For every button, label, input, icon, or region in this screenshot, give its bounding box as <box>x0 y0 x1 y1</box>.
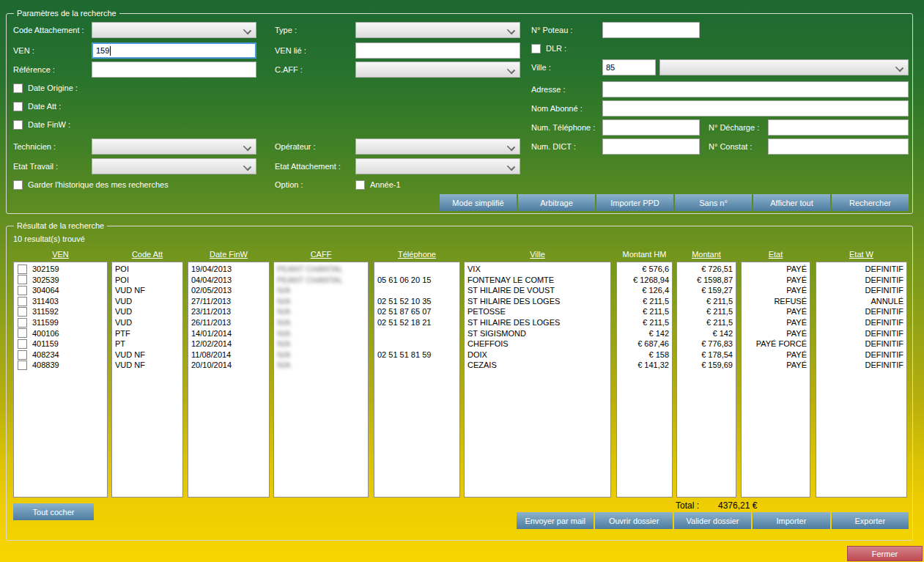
column-header-telephone: Téléphone <box>374 249 460 260</box>
valider-dossier-button[interactable]: Valider dossier <box>674 512 751 529</box>
n-poteau-label: N° Poteau : <box>531 22 572 38</box>
telephone-cell: 05 61 06 20 15 <box>374 275 459 286</box>
code-attachement-combobox[interactable] <box>92 22 256 38</box>
date-finw-checkbox[interactable] <box>13 120 23 130</box>
date-origine-checkbox[interactable] <box>13 84 23 93</box>
ven-listbox[interactable]: 302159 302539 304064 311403 311592 31159… <box>13 262 108 498</box>
sort-link-etat-w[interactable]: Etat W <box>849 250 873 259</box>
date-finw-listbox[interactable]: 19/04/2013 04/04/2013 02/05/2013 27/11/2… <box>188 262 270 498</box>
sort-link-date-finw[interactable]: Date FinW <box>210 250 248 259</box>
montant-cell: € 178,54 <box>677 350 736 361</box>
montant-hm-listbox[interactable]: € 576,6 € 1268,94 € 126,4 € 211,5 € 211,… <box>616 262 673 498</box>
code-att-cell: VUD <box>112 306 182 317</box>
adresse-input[interactable] <box>602 81 909 97</box>
sort-link-ville[interactable]: Ville <box>530 250 545 259</box>
montant-cell: € 159,69 <box>677 360 736 371</box>
column-header-caff: CAFF <box>273 249 369 260</box>
row-checkbox[interactable] <box>18 286 27 295</box>
type-combobox[interactable] <box>355 22 520 38</box>
ouvrir-dossier-button[interactable]: Ouvrir dossier <box>595 512 672 529</box>
fermer-button[interactable]: Fermer <box>847 546 923 561</box>
caff-combobox[interactable] <box>355 62 520 78</box>
caff-cell-redacted: N/A <box>274 328 368 339</box>
etat-travail-combobox[interactable] <box>92 158 256 174</box>
etat-w-listbox[interactable]: DEFINITIF DEFINITIF DEFINITIF ANNULÉ DEF… <box>816 262 907 498</box>
ville-label: Ville : <box>531 59 551 75</box>
etat-listbox[interactable]: PAYÉ PAYÉ PAYÉ REFUSÉ PAYÉ PAYÉ PAYÉ PAY… <box>741 262 810 498</box>
technicien-combobox[interactable] <box>92 138 256 155</box>
caff-listbox[interactable]: PEANT CHANTAL PEANT CHANTAL N/A N/A N/A … <box>273 262 369 498</box>
annee-1-label: Année-1 <box>370 180 401 190</box>
results-actions-bar: Envoyer par mail Ouvrir dossier Valider … <box>517 512 909 529</box>
montant-cell: € 776,83 <box>677 339 736 350</box>
n-decharge-input[interactable] <box>768 119 909 136</box>
num-dict-input[interactable] <box>602 138 700 155</box>
reference-label: Référence : <box>13 62 55 78</box>
ven-cell: 311403 <box>32 296 59 307</box>
row-checkbox[interactable] <box>18 265 27 274</box>
envoyer-par-mail-button[interactable]: Envoyer par mail <box>517 512 594 529</box>
total-label: Total : <box>676 500 699 511</box>
table-row: 408234 <box>14 350 107 361</box>
sort-link-telephone[interactable]: Téléphone <box>398 250 436 259</box>
telephone-listbox[interactable]: 05 61 06 20 15 02 51 52 10 35 02 51 87 6… <box>374 262 460 498</box>
tout-cocher-button[interactable]: Tout cocher <box>13 503 94 520</box>
arbitrage-button[interactable]: Arbitrage <box>518 194 595 211</box>
code-attachement-label: Code Attachement : <box>13 22 84 38</box>
operateur-combobox[interactable] <box>355 138 520 155</box>
ville-combobox[interactable] <box>659 59 909 75</box>
chevron-down-icon <box>507 66 515 74</box>
caff-cell-redacted: N/A <box>274 350 368 361</box>
n-constat-input[interactable] <box>768 138 909 155</box>
sort-link-montant[interactable]: Montant <box>692 250 721 259</box>
tout-cocher-button-wrap: Tout cocher <box>13 503 94 520</box>
ville-code-input[interactable] <box>602 59 656 75</box>
row-checkbox[interactable] <box>18 361 27 370</box>
sort-link-code-att[interactable]: Code Att <box>132 250 163 259</box>
row-checkbox[interactable] <box>18 297 27 306</box>
caff-cell-redacted: N/A <box>274 339 368 350</box>
nom-abonne-input[interactable] <box>602 100 909 117</box>
ville-listbox[interactable]: VIX FONTENAY LE COMTE ST HILAIRE DE VOUS… <box>464 262 611 498</box>
rechercher-button[interactable]: Rechercher <box>832 194 909 211</box>
sort-link-caff[interactable]: CAFF <box>311 250 332 259</box>
importer-button[interactable]: Importer <box>753 512 829 529</box>
garder-historique-checkbox[interactable] <box>13 180 23 190</box>
annee-1-checkbox[interactable] <box>355 180 365 190</box>
montant-cell: € 211,5 <box>677 296 736 307</box>
ville-cell: DOIX <box>465 350 610 361</box>
caff-label: C.AFF : <box>275 62 303 78</box>
option-label: Option : <box>275 180 303 190</box>
mode-simplifie-button[interactable]: Mode simplifié <box>440 194 517 211</box>
row-checkbox[interactable] <box>18 275 27 284</box>
sort-link-ven[interactable]: VEN <box>52 250 69 259</box>
telephone-cell: 02 51 51 81 59 <box>374 350 459 361</box>
ven-lie-input[interactable] <box>355 42 520 59</box>
chevron-down-icon <box>243 26 251 34</box>
row-checkbox[interactable] <box>18 307 27 317</box>
code-att-listbox[interactable]: POI POI VUD NF VUD VUD VUD PTF PT VUD NF… <box>111 262 183 498</box>
ville-cell: ST HILAIRE DES LOGES <box>465 317 610 328</box>
row-checkbox[interactable] <box>18 328 27 338</box>
afficher-tout-button[interactable]: Afficher tout <box>753 194 830 211</box>
column-header-date-finw: Date FinW <box>188 249 270 260</box>
sort-link-etat[interactable]: Etat <box>769 250 783 259</box>
etat-attachement-combobox[interactable] <box>355 158 520 174</box>
table-row: 408839 <box>14 360 107 371</box>
date-att-checkbox[interactable] <box>13 102 23 111</box>
sans-n-button[interactable]: Sans n° <box>675 194 752 211</box>
num-telephone-input[interactable] <box>602 119 700 136</box>
date-finw-cell: 04/04/2013 <box>188 275 269 286</box>
exporter-button[interactable]: Exporter <box>832 512 909 529</box>
reference-input[interactable] <box>92 62 256 78</box>
ven-input[interactable]: 159 <box>92 42 256 59</box>
importer-ppd-button[interactable]: Importer PPD <box>596 194 673 211</box>
table-row: 302159 <box>14 264 107 275</box>
row-checkbox[interactable] <box>18 350 27 360</box>
row-checkbox[interactable] <box>18 339 27 349</box>
n-poteau-input[interactable] <box>602 22 700 38</box>
dlr-checkbox[interactable] <box>531 44 541 53</box>
date-origine-label: Date Origine : <box>28 84 78 93</box>
row-checkbox[interactable] <box>18 318 27 328</box>
montant-listbox[interactable]: € 726,51 € 1598,87 € 159,27 € 211,5 € 21… <box>676 262 736 498</box>
